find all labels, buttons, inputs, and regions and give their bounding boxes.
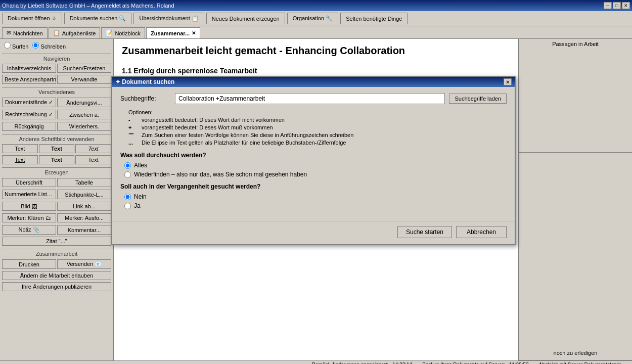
opt-text-3: Die Ellipse im Text gelten als Platzhalt… — [142, 140, 346, 146]
search-label: Suchbegriffe: — [120, 95, 171, 102]
opt-text-0: vorangestellt bedeutet: Dieses Wort darf… — [142, 117, 285, 123]
opt-text-2: Zum Suchen einer festen Wortfolge können… — [142, 132, 353, 138]
q1-option-wiederfinden: Wiederfinden – also nur das, was Sie sch… — [124, 171, 507, 178]
opt-sym-1: + — [128, 124, 139, 130]
option-row-0: - vorangestellt bedeutet: Dieses Wort da… — [128, 117, 507, 123]
opt-sym-2: "" — [128, 132, 139, 138]
q1-option-alles: Alles — [124, 162, 507, 169]
modal-close-button[interactable]: ✕ — [504, 78, 512, 85]
modal-title: ✦ Dokument suchen — [115, 78, 174, 85]
search-modal: ✦ Dokument suchen ✕ Suchbegriffe: Suchbe… — [111, 76, 516, 245]
modal-title-bar: ✦ Dokument suchen ✕ — [112, 77, 515, 87]
option-row-3: ... Die Ellipse im Text gelten als Platz… — [128, 140, 507, 146]
q2-ja-label: Ja — [134, 202, 141, 209]
option-row-2: "" Zum Suchen einer festen Wortfolge kön… — [128, 132, 507, 138]
q2-label: Soll auch in der Vergangenheit gesucht w… — [120, 183, 507, 190]
q1-alles-label: Alles — [134, 162, 147, 169]
modal-body: Suchbegriffe: Suchbegriffe laden Optione… — [112, 87, 515, 217]
opt-text-1: vorangestellt bedeutet: Dieses Wort muß … — [142, 124, 273, 130]
q1-wiederfinden-label: Wiederfinden – also nur das, was Sie sch… — [134, 171, 307, 178]
modal-overlay: ✦ Dokument suchen ✕ Suchbegriffe: Suchbe… — [0, 0, 632, 364]
q2-option-nein: Nein — [124, 193, 507, 200]
modal-footer: Suche starten Abbrechen — [112, 221, 515, 244]
q2-radio-nein[interactable] — [124, 194, 131, 200]
option-row-1: + vorangestellt bedeutet: Dieses Wort mu… — [128, 124, 507, 130]
options-section: Optionen: - vorangestellt bedeutet: Dies… — [128, 109, 507, 146]
search-field-row: Suchbegriffe: Suchbegriffe laden — [120, 93, 507, 104]
options-label: Optionen: — [128, 109, 153, 115]
q2-option-ja: Ja — [124, 202, 507, 209]
q1-label: Was soll durchsucht werden? — [120, 152, 507, 159]
q2-nein-label: Nein — [134, 193, 147, 200]
abbrechen-button[interactable]: Abbrechen — [456, 226, 507, 238]
options-label-row: Optionen: — [128, 109, 507, 115]
q1-radio-alles[interactable] — [124, 162, 131, 169]
load-search-button[interactable]: Suchbegriffe laden — [449, 94, 507, 104]
suche-starten-button[interactable]: Suche starten — [397, 226, 452, 238]
opt-sym-0: - — [128, 117, 139, 123]
search-input[interactable] — [175, 93, 445, 104]
q1-radio-wiederfinden[interactable] — [124, 171, 131, 178]
q2-radio-ja[interactable] — [124, 203, 131, 209]
opt-sym-3: ... — [128, 140, 139, 146]
